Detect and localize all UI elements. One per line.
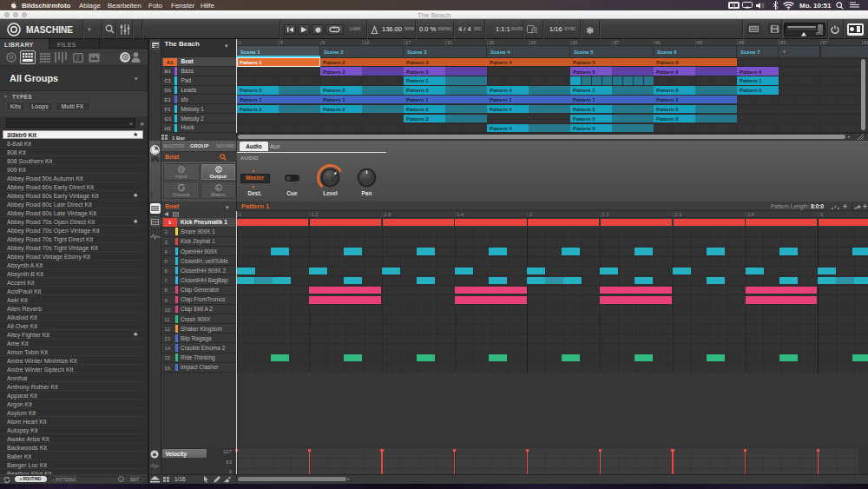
svg-text:L: L [217,185,220,190]
svg-text:2: 2 [76,55,80,61]
svg-text:C: C [217,167,220,172]
